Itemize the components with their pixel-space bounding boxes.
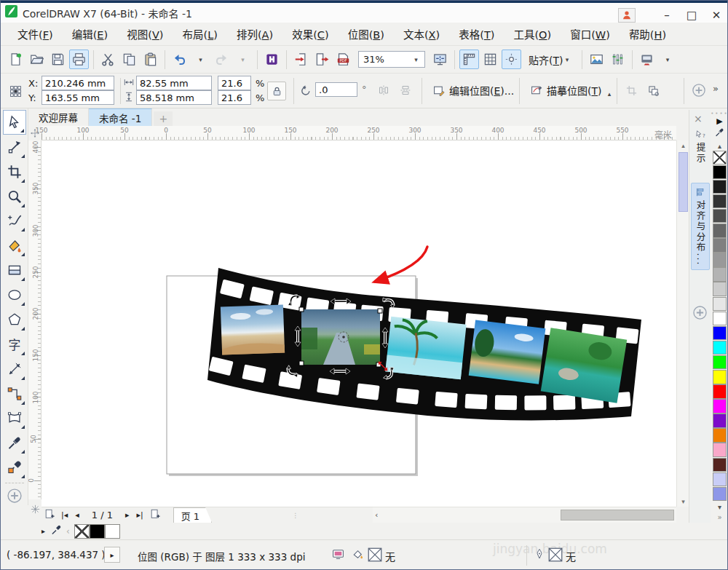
mirror-vertical-button[interactable] <box>397 82 414 99</box>
palette-scroll-up-icon[interactable]: ▴ <box>718 142 721 150</box>
menu-table[interactable]: 表格(T) <box>449 23 504 45</box>
last-page-icon[interactable]: ▸| <box>132 510 146 520</box>
polygon-tool[interactable] <box>3 307 26 332</box>
show-guidelines-button[interactable] <box>502 50 521 69</box>
vertical-scroll-thumb[interactable] <box>678 152 688 212</box>
palette-swatch[interactable] <box>713 370 727 384</box>
interactive-fill-tool[interactable] <box>3 455 26 480</box>
palette-drag-handle[interactable]: •••• <box>711 111 728 116</box>
palette-swatch[interactable] <box>713 223 727 238</box>
photo-forest-lake[interactable] <box>541 328 627 403</box>
docker-tab-hints[interactable]: ? 提示 <box>691 126 710 167</box>
color-settings-button[interactable] <box>608 50 628 69</box>
menu-file[interactable]: 文件(F) <box>8 23 63 45</box>
edit-bitmap-button[interactable]: 编辑位图(E)... <box>429 82 518 99</box>
close-button[interactable]: ✕ <box>704 5 728 25</box>
envelope-tool[interactable] <box>3 406 26 431</box>
palette-swatch[interactable] <box>713 472 727 487</box>
palette-eyedropper-icon[interactable] <box>715 126 724 140</box>
palette-scroll-down-icon[interactable]: ▾ <box>718 503 721 511</box>
add-page-icon[interactable] <box>41 508 58 522</box>
photo-tree-lined-road[interactable] <box>301 309 380 365</box>
menu-text[interactable]: 文本(X) <box>394 23 449 45</box>
corel-connect-button[interactable] <box>262 50 282 69</box>
fill-none-swatch[interactable] <box>368 547 382 562</box>
menu-edit[interactable]: 编辑(E) <box>63 23 118 45</box>
palette-swatch[interactable] <box>713 384 727 399</box>
redo-button[interactable] <box>212 50 232 69</box>
publish-pdf-button[interactable]: PDF <box>333 50 353 69</box>
maximize-button[interactable]: □ <box>679 5 704 25</box>
docker-tab-align-distribute[interactable]: 对齐与分布... <box>691 183 710 270</box>
palette-swatch[interactable] <box>713 253 727 267</box>
menu-effects[interactable]: 效果(C) <box>282 23 338 45</box>
palette-swatch[interactable] <box>713 180 727 194</box>
launcher-dropdown-icon[interactable]: ▾ <box>658 50 678 69</box>
lock-ratio-button[interactable] <box>267 82 286 100</box>
application-launcher-button[interactable] <box>637 50 657 69</box>
paste-button[interactable] <box>141 50 160 69</box>
docker-close-icon[interactable]: × <box>694 113 703 124</box>
propbar-overflow-icon[interactable]: » <box>713 83 719 94</box>
export-button[interactable] <box>312 50 332 69</box>
crop-bitmap-button[interactable] <box>622 82 640 99</box>
palette-swatch[interactable] <box>713 399 727 413</box>
photo-beach-dunes[interactable] <box>221 305 285 355</box>
splitter-handle[interactable]: ⋮ <box>292 512 299 519</box>
object-height-field[interactable] <box>136 90 212 105</box>
y-position-field[interactable] <box>41 90 114 105</box>
text-tool[interactable]: 字 <box>3 332 26 357</box>
minimize-button[interactable]: – <box>654 5 679 25</box>
connector-tool[interactable] <box>3 381 26 406</box>
add-property-icon[interactable] <box>689 81 708 100</box>
palette-swatch[interactable] <box>713 209 727 223</box>
freehand-tool[interactable] <box>3 209 26 234</box>
redo-dropdown-icon[interactable]: ▾ <box>233 50 253 69</box>
new-document-tab-button[interactable]: + <box>154 111 173 126</box>
customize-toolbox-button[interactable] <box>5 486 24 505</box>
crop-tool[interactable] <box>3 159 26 184</box>
selection-corner-node[interactable] <box>299 361 304 365</box>
dimension-tool[interactable] <box>3 357 26 381</box>
fullscreen-preview-button[interactable] <box>430 50 450 69</box>
white-color-well[interactable] <box>105 524 120 539</box>
print-button[interactable] <box>69 50 89 69</box>
shape-tool[interactable] <box>3 135 26 159</box>
docker-add-icon[interactable] <box>692 305 708 323</box>
menu-tools[interactable]: 工具(O) <box>504 23 561 45</box>
palette-swatch[interactable] <box>713 297 727 312</box>
scroll-left-icon[interactable]: ‹ <box>375 510 378 520</box>
next-page-icon[interactable]: ▸ <box>122 510 133 520</box>
outline-none-swatch[interactable] <box>548 547 563 562</box>
menu-arrange[interactable]: 排列(A) <box>227 23 282 45</box>
color-eyedropper-tool[interactable] <box>3 430 26 455</box>
vertical-ruler[interactable]: 400350300250200150100500 <box>28 140 41 499</box>
menu-bitmaps[interactable]: 位图(B) <box>339 23 394 45</box>
rectangle-tool[interactable] <box>3 258 26 282</box>
palette-swatch[interactable] <box>713 194 727 209</box>
photo-tropical-shore[interactable] <box>469 320 546 384</box>
show-rulers-button[interactable] <box>459 50 479 69</box>
scale-y-field[interactable] <box>218 90 251 105</box>
x-position-field[interactable] <box>41 76 114 90</box>
trace-bitmap-button[interactable]: 描摹位图(T)▴ <box>526 82 618 99</box>
palette-swatch[interactable] <box>713 443 727 457</box>
drawing-canvas[interactable] <box>41 140 676 507</box>
resample-bitmap-button[interactable] <box>644 82 662 99</box>
rotation-angle-field[interactable] <box>315 82 357 97</box>
palette-swatch[interactable] <box>713 267 727 282</box>
outline-pen-icon[interactable] <box>534 548 545 562</box>
palette-swatch[interactable] <box>713 165 727 180</box>
smart-fill-tool[interactable] <box>3 233 26 258</box>
palette-swatch[interactable] <box>713 487 727 502</box>
horizontal-ruler[interactable]: 毫米 1501005005010015020025030035040045050… <box>41 126 676 140</box>
scroll-up-icon[interactable]: ▴ <box>677 142 689 149</box>
palette-flyout-icon[interactable]: ▶ <box>716 116 722 126</box>
palette-swatch[interactable] <box>713 413 727 428</box>
zoom-level-combo[interactable]: 31%▾ <box>358 51 425 68</box>
no-color-well[interactable] <box>74 524 90 539</box>
object-width-field[interactable] <box>136 76 212 90</box>
color-proof-icon[interactable] <box>332 548 344 563</box>
add-page-icon-2[interactable] <box>147 508 163 522</box>
palette-no-color-swatch[interactable] <box>713 151 727 165</box>
